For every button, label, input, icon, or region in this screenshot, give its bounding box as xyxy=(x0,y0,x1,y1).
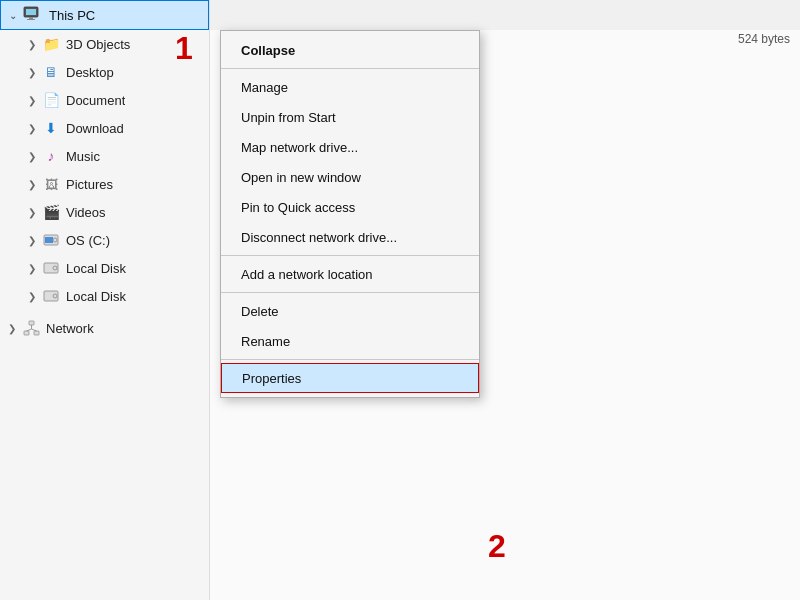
svg-line-16 xyxy=(31,329,36,331)
chevron-right-icon: ❯ xyxy=(28,263,42,274)
music-icon: ♪ xyxy=(42,147,60,165)
svg-rect-2 xyxy=(29,17,33,19)
svg-rect-5 xyxy=(45,237,53,243)
chevron-right-icon: ❯ xyxy=(28,67,42,78)
svg-rect-12 xyxy=(24,331,29,335)
context-menu-item-rename[interactable]: Rename xyxy=(221,326,479,356)
context-menu-item-open-new-window[interactable]: Open in new window xyxy=(221,162,479,192)
file-explorer-sidebar: ⌄ This PC ❯ 📁 3D Objects ❯ 🖥 Desktop ❯ 📄… xyxy=(0,0,210,600)
pictures-label: Pictures xyxy=(66,177,113,192)
local-disk-1-label: Local Disk xyxy=(66,261,126,276)
svg-rect-7 xyxy=(44,263,58,273)
separator-1 xyxy=(221,68,479,69)
chevron-right-icon: ❯ xyxy=(28,95,42,106)
sidebar-item-local-disk-1[interactable]: ❯ Local Disk xyxy=(0,254,209,282)
svg-rect-1 xyxy=(26,9,36,15)
chevron-right-icon: ❯ xyxy=(28,207,42,218)
computer-icon xyxy=(23,5,43,25)
sidebar-item-videos[interactable]: ❯ 🎬 Videos xyxy=(0,198,209,226)
downloads-label: Download xyxy=(66,121,124,136)
this-pc-label: This PC xyxy=(49,8,95,23)
sidebar-item-pictures[interactable]: ❯ 🖼 Pictures xyxy=(0,170,209,198)
3d-objects-label: 3D Objects xyxy=(66,37,130,52)
os-drive-icon xyxy=(42,231,60,249)
chevron-right-icon: ❯ xyxy=(28,291,42,302)
download-icon: ⬇ xyxy=(42,119,60,137)
svg-rect-13 xyxy=(34,331,39,335)
chevron-right-icon: ❯ xyxy=(28,123,42,134)
sidebar-item-downloads[interactable]: ❯ ⬇ Download xyxy=(0,114,209,142)
video-icon: 🎬 xyxy=(42,203,60,221)
context-menu-item-properties[interactable]: Properties xyxy=(221,363,479,393)
context-menu-item-add-network-location[interactable]: Add a network location xyxy=(221,259,479,289)
svg-rect-11 xyxy=(29,321,34,325)
pictures-icon: 🖼 xyxy=(42,175,60,193)
context-menu-item-disconnect-drive[interactable]: Disconnect network drive... xyxy=(221,222,479,252)
svg-rect-9 xyxy=(44,291,58,301)
separator-3 xyxy=(221,292,479,293)
chevron-down-icon: ⌄ xyxy=(9,10,23,21)
separator-4 xyxy=(221,359,479,360)
sidebar-item-network[interactable]: ❯ Network xyxy=(0,314,209,342)
context-menu-item-collapse[interactable]: Collapse xyxy=(221,35,479,65)
sidebar-item-local-disk-2[interactable]: ❯ Local Disk xyxy=(0,282,209,310)
videos-label: Videos xyxy=(66,205,106,220)
sidebar-item-os-c[interactable]: ❯ OS (C:) xyxy=(0,226,209,254)
document-icon: 📄 xyxy=(42,91,60,109)
sidebar-item-this-pc[interactable]: ⌄ This PC xyxy=(0,0,209,30)
sidebar-item-documents[interactable]: ❯ 📄 Document xyxy=(0,86,209,114)
desktop-label: Desktop xyxy=(66,65,114,80)
sidebar-item-music[interactable]: ❯ ♪ Music xyxy=(0,142,209,170)
context-menu: Collapse Manage Unpin from Start Map net… xyxy=(220,30,480,398)
network-label: Network xyxy=(46,321,94,336)
music-label: Music xyxy=(66,149,100,164)
svg-line-15 xyxy=(26,329,31,331)
local-disk-2-label: Local Disk xyxy=(66,289,126,304)
local-disk-icon xyxy=(42,259,60,277)
context-menu-item-delete[interactable]: Delete xyxy=(221,296,479,326)
sidebar-item-desktop[interactable]: ❯ 🖥 Desktop xyxy=(0,58,209,86)
chevron-right-icon: ❯ xyxy=(8,323,22,334)
context-menu-item-unpin-start[interactable]: Unpin from Start xyxy=(221,102,479,132)
network-icon xyxy=(22,319,40,337)
chevron-right-icon: ❯ xyxy=(28,39,42,50)
sidebar-item-3d-objects[interactable]: ❯ 📁 3D Objects xyxy=(0,30,209,58)
context-menu-item-manage[interactable]: Manage xyxy=(221,72,479,102)
chevron-right-icon: ❯ xyxy=(28,235,42,246)
documents-label: Document xyxy=(66,93,125,108)
file-size-text: 524 bytes xyxy=(738,32,790,46)
local-disk-2-icon xyxy=(42,287,60,305)
svg-rect-3 xyxy=(27,19,35,20)
chevron-right-icon: ❯ xyxy=(28,179,42,190)
chevron-right-icon: ❯ xyxy=(28,151,42,162)
folder-icon: 📁 xyxy=(42,35,60,53)
context-menu-item-map-drive[interactable]: Map network drive... xyxy=(221,132,479,162)
separator-2 xyxy=(221,255,479,256)
os-c-label: OS (C:) xyxy=(66,233,110,248)
desktop-icon: 🖥 xyxy=(42,63,60,81)
context-menu-item-pin-quick-access[interactable]: Pin to Quick access xyxy=(221,192,479,222)
